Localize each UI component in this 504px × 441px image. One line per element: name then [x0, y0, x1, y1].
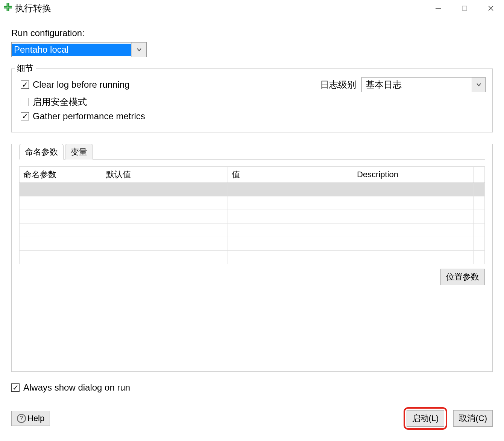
table-row[interactable]	[20, 210, 485, 224]
safe-mode-label: 启用安全模式	[33, 96, 87, 108]
minimize-button[interactable]	[425, 0, 451, 17]
tab-named-params[interactable]: 命名参数	[19, 144, 64, 160]
details-legend: 细节	[15, 63, 36, 74]
checkmark-icon	[21, 81, 29, 89]
help-label: Help	[27, 414, 44, 423]
close-button[interactable]	[478, 0, 504, 17]
chevron-down-icon	[131, 43, 146, 57]
log-level-value: 基本日志	[362, 78, 472, 91]
params-panel: 命名参数 变量 命名参数 默认值 值 Description	[11, 144, 493, 372]
col-value[interactable]: 值	[228, 167, 353, 183]
table-row[interactable]	[20, 251, 485, 264]
col-description[interactable]: Description	[353, 167, 474, 183]
clear-log-checkbox[interactable]: Clear log before running	[21, 79, 318, 90]
col-default[interactable]: 默认值	[102, 167, 228, 183]
clear-log-label: Clear log before running	[33, 79, 130, 90]
run-config-value: Pentaho local	[12, 44, 131, 56]
window-title: 执行转换	[15, 2, 51, 14]
gather-metrics-label: Gather performance metrics	[33, 111, 145, 122]
col-param[interactable]: 命名参数	[20, 167, 102, 183]
table-row[interactable]	[20, 224, 485, 237]
table-header-row: 命名参数 默认值 值 Description	[20, 167, 485, 183]
gather-metrics-checkbox[interactable]: Gather performance metrics	[21, 111, 483, 122]
tab-variables[interactable]: 变量	[65, 144, 93, 160]
chevron-down-icon	[472, 78, 485, 92]
launch-highlight: 启动(L)	[404, 407, 448, 430]
help-icon: ?	[17, 414, 26, 423]
titlebar: 执行转换	[0, 0, 504, 17]
log-level-select[interactable]: 基本日志	[361, 77, 486, 92]
svg-rect-1	[462, 6, 467, 11]
run-config-select[interactable]: Pentaho local	[11, 42, 147, 57]
checkmark-icon	[11, 383, 20, 392]
table-row[interactable]	[20, 237, 485, 251]
checkmark-icon	[21, 112, 29, 120]
details-group: 细节 Clear log before running 日志级别 基本日志	[11, 68, 493, 132]
launch-button[interactable]: 启动(L)	[407, 410, 445, 427]
app-icon	[3, 2, 13, 14]
cancel-button[interactable]: 取消(C)	[453, 410, 493, 427]
table-row[interactable]	[20, 196, 485, 210]
maximize-button[interactable]	[451, 0, 478, 17]
checkbox-empty-icon	[21, 98, 29, 106]
always-show-checkbox[interactable]: Always show dialog on run	[11, 382, 493, 393]
always-show-label: Always show dialog on run	[23, 382, 130, 393]
params-table[interactable]: 命名参数 默认值 值 Description	[19, 166, 485, 264]
col-spacer	[474, 167, 485, 183]
table-row[interactable]	[20, 183, 485, 196]
log-level-label: 日志级别	[320, 79, 356, 91]
run-config-label: Run configuration:	[11, 28, 493, 38]
safe-mode-checkbox[interactable]: 启用安全模式	[21, 96, 483, 108]
help-button[interactable]: ? Help	[11, 411, 50, 426]
position-params-button[interactable]: 位置参数	[440, 269, 485, 285]
